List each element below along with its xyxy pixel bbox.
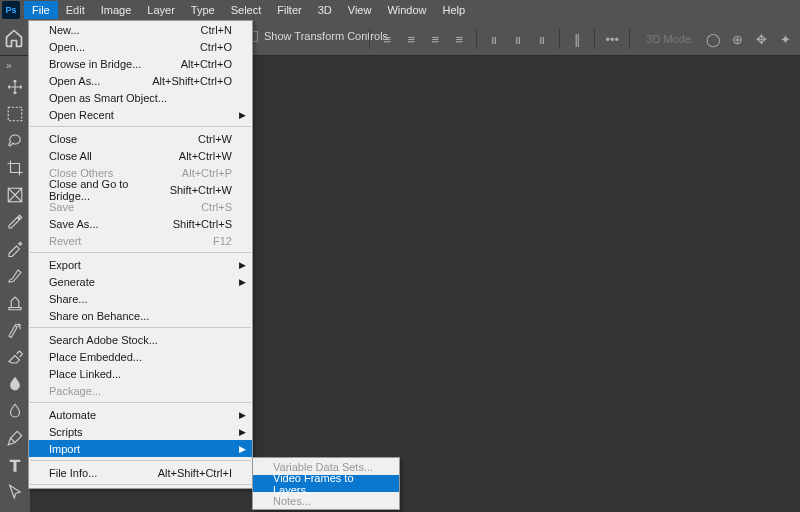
divider [594, 29, 595, 49]
align-right-icon[interactable]: ≡ [426, 30, 444, 48]
file-share[interactable]: Share... [29, 290, 252, 307]
divider [629, 29, 630, 49]
submenu-arrow-icon: ▶ [239, 110, 246, 120]
separator [30, 327, 251, 328]
lasso-tool-icon[interactable] [6, 132, 24, 150]
separator [30, 484, 251, 485]
submenu-arrow-icon: ▶ [239, 444, 246, 454]
frame-tool-icon[interactable] [6, 186, 24, 204]
file-browse-bridge[interactable]: Browse in Bridge...Alt+Ctrl+O [29, 55, 252, 72]
clone-stamp-tool-icon[interactable] [6, 294, 24, 312]
file-automate[interactable]: Automate▶ [29, 406, 252, 423]
slide-3d-icon[interactable]: ✦ [776, 30, 794, 48]
file-import[interactable]: Import▶ [29, 440, 252, 457]
submenu-arrow-icon: ▶ [239, 427, 246, 437]
divider [476, 29, 477, 49]
menu-layer[interactable]: Layer [139, 1, 183, 19]
collapse-panels-icon[interactable]: » [6, 60, 12, 71]
file-package: Package... [29, 382, 252, 399]
app-logo-icon: Ps [2, 1, 20, 19]
import-video-frames-to-layers[interactable]: Video Frames to Layers... [253, 475, 399, 492]
eyedropper-tool-icon[interactable] [6, 213, 24, 231]
import-submenu: Variable Data Sets... Video Frames to La… [252, 457, 400, 510]
file-close[interactable]: CloseCtrl+W [29, 130, 252, 147]
file-info[interactable]: File Info...Alt+Shift+Ctrl+I [29, 464, 252, 481]
pen-tool-icon[interactable] [6, 429, 24, 447]
history-brush-tool-icon[interactable] [6, 321, 24, 339]
file-new[interactable]: New...Ctrl+N [29, 21, 252, 38]
file-share-behance[interactable]: Share on Behance... [29, 307, 252, 324]
menu-file[interactable]: File [24, 1, 58, 19]
menu-type[interactable]: Type [183, 1, 223, 19]
align-center-icon[interactable]: ≡ [402, 30, 420, 48]
menu-image[interactable]: Image [93, 1, 140, 19]
path-selection-tool-icon[interactable] [6, 483, 24, 501]
menu-help[interactable]: Help [435, 1, 474, 19]
type-tool-icon[interactable] [6, 456, 24, 474]
brush-tool-icon[interactable] [6, 267, 24, 285]
file-menu-dropdown: New...Ctrl+N Open...Ctrl+O Browse in Bri… [28, 20, 253, 489]
file-export[interactable]: Export▶ [29, 256, 252, 273]
more-options-icon[interactable]: ••• [603, 30, 621, 48]
submenu-arrow-icon: ▶ [239, 410, 246, 420]
distribute-h-icon[interactable]: ‖ [568, 30, 586, 48]
options-right-cluster: ≡ ≡ ≡ ≡ װ װ װ ‖ ••• 3D Mode: ◯ ⊕ ✥ ✦ [367, 24, 794, 54]
eraser-tool-icon[interactable] [6, 348, 24, 366]
file-close-bridge[interactable]: Close and Go to Bridge...Shift+Ctrl+W [29, 181, 252, 198]
tool-palette [0, 72, 29, 501]
file-revert: RevertF12 [29, 232, 252, 249]
menu-edit[interactable]: Edit [58, 1, 93, 19]
marquee-tool-icon[interactable] [6, 105, 24, 123]
submenu-arrow-icon: ▶ [239, 260, 246, 270]
blur-tool-icon[interactable] [6, 402, 24, 420]
file-open[interactable]: Open...Ctrl+O [29, 38, 252, 55]
svg-rect-0 [8, 107, 22, 121]
separator [30, 252, 251, 253]
file-open-as[interactable]: Open As...Alt+Shift+Ctrl+O [29, 72, 252, 89]
separator [30, 402, 251, 403]
healing-brush-tool-icon[interactable] [6, 240, 24, 258]
separator [30, 460, 251, 461]
file-open-recent[interactable]: Open Recent▶ [29, 106, 252, 123]
distribute-bottom-icon[interactable]: װ [533, 30, 551, 48]
align-justify-icon[interactable]: ≡ [450, 30, 468, 48]
distribute-middle-icon[interactable]: װ [509, 30, 527, 48]
submenu-arrow-icon: ▶ [239, 277, 246, 287]
menu-3d[interactable]: 3D [310, 1, 340, 19]
menubar: Ps File Edit Image Layer Type Select Fil… [0, 0, 800, 20]
pan-3d-icon[interactable]: ✥ [752, 30, 770, 48]
divider [369, 29, 370, 49]
menu-window[interactable]: Window [379, 1, 434, 19]
file-close-all[interactable]: Close AllAlt+Ctrl+W [29, 147, 252, 164]
file-open-smart-object[interactable]: Open as Smart Object... [29, 89, 252, 106]
file-save-as[interactable]: Save As...Shift+Ctrl+S [29, 215, 252, 232]
3d-mode-label: 3D Mode: [646, 33, 694, 45]
import-notes: Notes... [253, 492, 399, 509]
orbit-3d-icon[interactable]: ◯ [704, 30, 722, 48]
menu-filter[interactable]: Filter [269, 1, 309, 19]
gradient-tool-icon[interactable] [6, 375, 24, 393]
menu-view[interactable]: View [340, 1, 380, 19]
divider [559, 29, 560, 49]
file-place-linked[interactable]: Place Linked... [29, 365, 252, 382]
file-scripts[interactable]: Scripts▶ [29, 423, 252, 440]
separator [30, 126, 251, 127]
move-3d-icon[interactable]: ⊕ [728, 30, 746, 48]
file-generate[interactable]: Generate▶ [29, 273, 252, 290]
crop-tool-icon[interactable] [6, 159, 24, 177]
file-place-embedded[interactable]: Place Embedded... [29, 348, 252, 365]
file-adobe-stock[interactable]: Search Adobe Stock... [29, 331, 252, 348]
move-tool-icon[interactable] [6, 78, 24, 96]
align-left-icon[interactable]: ≡ [378, 30, 396, 48]
home-icon[interactable] [4, 28, 24, 48]
file-save: SaveCtrl+S [29, 198, 252, 215]
distribute-top-icon[interactable]: װ [485, 30, 503, 48]
menu-select[interactable]: Select [223, 1, 270, 19]
